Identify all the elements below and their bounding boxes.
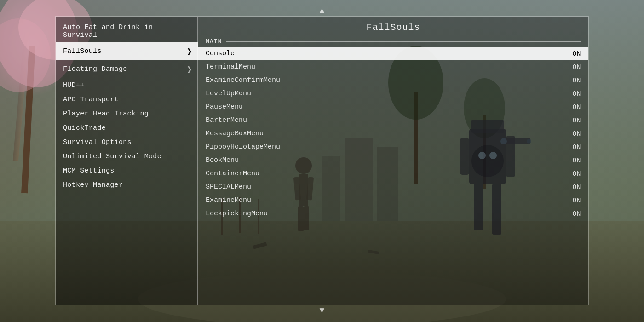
left-menu-item-hudpp[interactable]: HUD++ — [56, 78, 198, 92]
panel-title: FallSouls — [198, 17, 588, 36]
left-panel: Auto Eat and Drink in SurvivalFallSouls❯… — [56, 17, 198, 305]
menu-item-label: HUD++ — [63, 81, 85, 89]
left-menu-item-apc-transport[interactable]: APC Transport — [56, 92, 198, 107]
menu-item-label: Auto Eat and Drink in Survival — [63, 23, 190, 39]
menu-overlay: ▲ Auto Eat and Drink in SurvivalFallSoul… — [55, 7, 589, 315]
right-menu-item-examine-confirm-menu[interactable]: ExamineConfirmMenuON — [198, 74, 588, 87]
menu-item-arrow-icon: ❯ — [187, 63, 192, 75]
menu-item-label: QuickTrade — [63, 124, 106, 132]
right-item-value: ON — [573, 144, 581, 151]
left-menu-item-mcm-settings[interactable]: MCM Settings — [56, 164, 198, 178]
section-header: MAIN — [198, 36, 588, 47]
right-menu-item-book-menu[interactable]: BookMenuON — [198, 154, 588, 167]
right-item-value: ON — [573, 77, 581, 84]
right-item-value: ON — [573, 170, 581, 178]
right-item-value: ON — [573, 63, 581, 71]
scroll-bottom[interactable]: ▼ — [55, 306, 589, 315]
left-menu-item-fallsouls[interactable]: FallSouls❯ — [56, 42, 198, 60]
right-item-label: LevelUpMenu — [206, 90, 573, 98]
left-menu-item-survival-options[interactable]: Survival Options — [56, 135, 198, 150]
right-item-label: TerminalMenu — [206, 63, 573, 71]
right-item-label: PipboyHolotapeMenu — [206, 143, 573, 151]
right-item-label: Console — [206, 50, 573, 58]
right-item-value: ON — [573, 210, 581, 218]
right-menu-item-barter-menu[interactable]: BarterMenuON — [198, 114, 588, 127]
right-menu-item-lockpicking-menu[interactable]: LockpickingMenuON — [198, 207, 588, 220]
right-item-label: BookMenu — [206, 156, 573, 164]
menu-item-arrow-icon: ❯ — [187, 46, 192, 57]
left-menu-item-player-head-tracking[interactable]: Player Head Tracking — [56, 107, 198, 121]
right-item-label: PauseMenu — [206, 103, 573, 111]
right-item-value: ON — [573, 104, 581, 111]
right-item-label: ExamineConfirmMenu — [206, 76, 573, 84]
menu-item-label: Survival Options — [63, 138, 132, 146]
left-menu-item-auto-eat[interactable]: Auto Eat and Drink in Survival — [56, 20, 198, 42]
right-menu-item-examine-menu[interactable]: ExamineMenuON — [198, 194, 588, 207]
right-panel: FallSouls MAIN ConsoleONTerminalMenuONEx… — [198, 17, 588, 305]
menu-item-label: Floating Damage — [63, 65, 127, 73]
right-item-value: ON — [573, 157, 581, 164]
menu-content: Auto Eat and Drink in SurvivalFallSouls❯… — [55, 16, 589, 305]
menu-item-label: Player Head Tracking — [63, 110, 149, 118]
right-item-label: LockpickingMenu — [206, 210, 573, 218]
menu-item-label: APC Transport — [63, 96, 119, 104]
left-menu-item-unlimited-survival[interactable]: Unlimited Survival Mode — [56, 150, 198, 164]
left-menu-item-hotkey-manager[interactable]: Hotkey Manager — [56, 178, 198, 192]
right-menu-item-pause-menu[interactable]: PauseMenuON — [198, 100, 588, 114]
right-menu-item-level-up-menu[interactable]: LevelUpMenuON — [198, 87, 588, 100]
right-item-label: SPECIALMenu — [206, 183, 573, 191]
right-item-value: ON — [573, 130, 581, 138]
left-menu-item-floating-damage[interactable]: Floating Damage❯ — [56, 60, 198, 78]
right-menu-item-console[interactable]: ConsoleON — [198, 47, 588, 60]
right-menu-item-container-menu[interactable]: ContainerMenuON — [198, 167, 588, 180]
scroll-up-arrow[interactable]: ▲ — [320, 7, 325, 15]
right-menu-item-terminal-menu[interactable]: TerminalMenuON — [198, 60, 588, 74]
right-menu-item-pipboy-holotape-menu[interactable]: PipboyHolotapeMenuON — [198, 140, 588, 154]
right-menu-item-message-box-menu[interactable]: MessageBoxMenuON — [198, 127, 588, 140]
right-item-value: ON — [573, 184, 581, 191]
right-item-value: ON — [573, 197, 581, 204]
right-item-label: ExamineMenu — [206, 196, 573, 204]
right-menu-list: ConsoleONTerminalMenuONExamineConfirmMen… — [198, 47, 588, 220]
menu-item-label: Unlimited Survival Mode — [63, 153, 161, 161]
menu-item-label: FallSouls — [63, 47, 102, 55]
right-item-label: MessageBoxMenu — [206, 130, 573, 138]
scroll-down-arrow[interactable]: ▼ — [320, 306, 325, 315]
right-item-label: BarterMenu — [206, 116, 573, 124]
right-item-value: ON — [573, 90, 581, 98]
left-menu-list: Auto Eat and Drink in SurvivalFallSouls❯… — [56, 20, 198, 192]
right-item-value: ON — [573, 50, 581, 58]
right-menu-item-special-menu[interactable]: SPECIALMenuON — [198, 180, 588, 194]
menu-item-label: MCM Settings — [63, 167, 115, 175]
right-item-value: ON — [573, 117, 581, 124]
right-item-label: ContainerMenu — [206, 170, 573, 178]
menu-item-label: Hotkey Manager — [63, 181, 123, 189]
scroll-top[interactable]: ▲ — [55, 7, 589, 15]
left-menu-item-quicktrade[interactable]: QuickTrade — [56, 121, 198, 135]
